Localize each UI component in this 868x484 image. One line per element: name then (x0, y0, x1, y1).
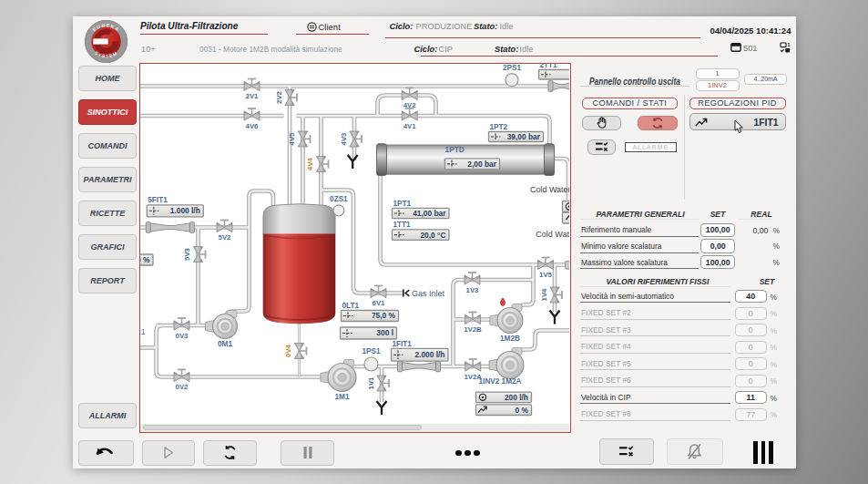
valve-2V2[interactable] (284, 89, 296, 105)
valve-2V1[interactable] (243, 78, 259, 90)
instrument-1PT2[interactable]: 39,00 bar1PT2 (488, 122, 543, 141)
pump-0M1[interactable]: 0M1 (205, 310, 237, 347)
param-real-value: 0,00 (732, 226, 769, 235)
pid-settings-button[interactable]: REGOLAZIONI PID (689, 98, 786, 110)
pause-button[interactable] (281, 440, 334, 466)
valve-label-0V3: 0V3 (175, 331, 189, 339)
mouse-cursor (734, 119, 746, 134)
instrument[interactable]: 0 % (475, 404, 531, 415)
sensor-label: 2PS1 (502, 64, 520, 72)
instrument-1TT1[interactable]: 20,0 °C1TT1 (392, 221, 448, 240)
valve-5V3[interactable] (193, 246, 205, 262)
valve-label-1V4: 1V4 (539, 287, 547, 301)
valve-4V6[interactable] (243, 108, 259, 119)
pump-1M2B[interactable]: 1M2B (489, 304, 522, 342)
instrument-0LT1[interactable]: 75,0 %0LT1 (341, 301, 398, 321)
instrument-value: 39,00 bar (506, 131, 540, 140)
instrument-value: 1.000 l/h (169, 206, 199, 215)
sidebar-item-ricette[interactable]: RICETTE (78, 201, 137, 226)
user-session-icon[interactable]: 1 (780, 42, 791, 53)
instrument[interactable]: 200 l/h (475, 392, 531, 402)
canvas-scrollbar-thumb[interactable] (143, 425, 422, 431)
instrument-1PT1[interactable]: 41,00 bar1PT1 (392, 199, 448, 218)
back-button[interactable] (78, 440, 134, 466)
valve-4V2[interactable] (402, 88, 417, 99)
command-list-toolbar-button[interactable] (599, 438, 655, 465)
valve-label-0V4: 0V4 (284, 344, 292, 357)
pump-label: 1INV2 1M2A (478, 376, 521, 385)
valve-4V3[interactable] (349, 130, 361, 146)
sidebar-item-allarmi[interactable]: ALLARMI (78, 403, 137, 428)
fixed-set-input[interactable] (735, 324, 768, 336)
param-unit: % (773, 226, 780, 235)
client-label[interactable]: Client (319, 22, 341, 32)
valve-1V4[interactable] (549, 286, 561, 302)
sidebar-item-sinottici[interactable]: SINOTTICI (78, 99, 137, 125)
storage-tank[interactable] (262, 203, 334, 323)
valve-1V5[interactable] (537, 257, 553, 269)
fixed-set-input[interactable] (735, 408, 768, 421)
param-set-input[interactable] (700, 239, 735, 252)
fixed-set-label: FIXED SET #3 (581, 325, 631, 335)
play-button[interactable] (142, 440, 195, 466)
valve-4V5[interactable] (298, 130, 310, 146)
instrument-2TT1[interactable]: 2.52TT1 (538, 64, 569, 79)
pump-1M1[interactable]: 1M1 (320, 359, 355, 400)
valve-1V2B[interactable] (465, 312, 480, 324)
dot (465, 450, 471, 457)
pump-label: 1M2B (500, 334, 520, 342)
valve-label-4V3: 4V3 (339, 131, 347, 145)
param-set-input[interactable] (700, 223, 735, 237)
sidebar-item-comandi[interactable]: COMANDI (78, 133, 137, 159)
menu-bars-button[interactable] (753, 441, 773, 464)
valve-0V2[interactable] (173, 369, 189, 381)
canvas-scrollbar[interactable] (140, 424, 570, 432)
valve-label-4V4: 4V4 (306, 157, 314, 170)
header-underline (580, 219, 700, 220)
valve-label-4V1: 4V1 (403, 121, 416, 129)
cycle-button[interactable] (203, 440, 257, 466)
sidebar-item-home[interactable]: HOME (78, 66, 137, 91)
instrument-5FIT1[interactable]: 1.000 l/h5FIT1 (147, 196, 203, 217)
fixed-set-input[interactable] (735, 375, 768, 387)
fixed-set-input[interactable] (735, 290, 768, 303)
param-label: Massimo valore scalatura (581, 258, 668, 267)
valve-0V4[interactable] (294, 343, 306, 358)
valve-1V2A[interactable] (465, 358, 480, 370)
fixed-set-input[interactable] (735, 341, 768, 354)
fixed-set-label: Velocità in semi-automatico (581, 292, 674, 301)
mute-alarms-button[interactable] (667, 438, 723, 465)
valve-4V4[interactable] (316, 156, 328, 171)
valve-1V3[interactable] (464, 272, 479, 283)
sidebar-item-report[interactable]: REPORT (78, 268, 137, 293)
param-set-input[interactable] (700, 255, 735, 269)
instrument[interactable]: 0 % (140, 253, 153, 264)
valve-label-0V2: 0V2 (175, 383, 189, 391)
trend-tag-label: 1FIT1 (754, 118, 779, 128)
sensor-2PS1[interactable]: 2PS1 (502, 64, 520, 86)
fixed-set-input[interactable] (735, 357, 768, 370)
fixed-set-input[interactable] (735, 307, 768, 320)
sidebar-item-grafici[interactable]: GRAFICI (78, 234, 137, 260)
instrument[interactable] (562, 201, 569, 211)
valve-label-5V2: 5V2 (218, 233, 231, 242)
instrument[interactable]: 2,00 bar (444, 158, 499, 169)
valve-0V3[interactable] (173, 317, 189, 329)
instrument-1FIT1[interactable]: 2.000 l/h1FIT1 (391, 339, 447, 360)
pump-label: 0M1 (218, 339, 232, 347)
more-options-button[interactable] (451, 443, 485, 463)
fixed-set-input[interactable] (735, 391, 768, 404)
window-icon[interactable] (730, 43, 741, 52)
sidebar-item-parametri[interactable]: PARAMETRI (78, 167, 137, 192)
valve-1V1[interactable] (376, 375, 388, 390)
valve-4V1[interactable] (402, 108, 417, 119)
bell-slash-icon (685, 442, 704, 461)
instrument[interactable] (562, 211, 569, 222)
commands-states-button[interactable]: COMANDI / STATI (582, 98, 679, 109)
manual-mode-button[interactable] (582, 116, 622, 130)
auto-cycle-button[interactable] (638, 116, 678, 130)
command-list-button[interactable] (587, 139, 617, 155)
instrument[interactable]: 300 l (340, 326, 396, 338)
valve-6V1[interactable] (370, 285, 385, 297)
valve-5V2[interactable] (216, 220, 231, 232)
